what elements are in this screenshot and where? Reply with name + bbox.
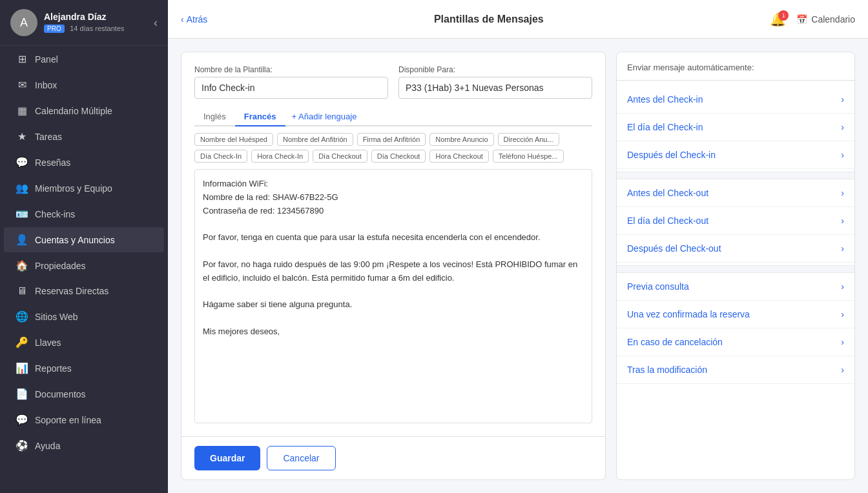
sidebar-item-label: Sitios Web [35, 312, 78, 322]
notifications-button[interactable]: 🔔 1 [770, 12, 786, 27]
tab-frances[interactable]: Francés [235, 108, 285, 126]
reservas-icon: 🖥 [16, 285, 28, 297]
tag-hora-checkin[interactable]: Hora Check-In [251, 150, 309, 163]
topbar: ‹ Atrás Plantillas de Mensajes 🔔 1 📅 Cal… [168, 0, 868, 39]
chevron-right-icon: › [841, 309, 844, 319]
reports-icon: 📊 [16, 362, 28, 374]
chevron-right-icon: › [841, 216, 844, 226]
side-panel: Enviar mensaje automáticamente: Antes de… [616, 52, 855, 480]
user-name: Alejandra Díaz [44, 12, 147, 22]
auto-item-previa-consulta[interactable]: Previa consulta › [617, 273, 854, 301]
sidebar-item-label: Documentos [35, 389, 86, 399]
checkin-section: Antes del Check-in › El día del Check-in… [617, 86, 854, 169]
sidebar-item-label: Propiedades [35, 261, 86, 271]
auto-item-label: Previa consulta [627, 281, 689, 292]
sidebar-item-checkins[interactable]: 🪪 Check-ins [4, 201, 164, 226]
auto-item-dia-checkin[interactable]: El día del Check-in › [617, 114, 854, 141]
team-icon: 👥 [16, 182, 28, 194]
tag-nombre-huesped[interactable]: Nombre del Huésped [194, 133, 273, 146]
sidebar-item-sitios[interactable]: 🌐 Sitios Web [4, 304, 164, 329]
auto-item-antes-checkin[interactable]: Antes del Check-in › [617, 86, 854, 114]
user-days: 14 días restantes [70, 25, 124, 32]
sidebar-item-label: Cuentas y Anuncios [35, 235, 115, 245]
sidebar-item-label: Reportes [35, 363, 72, 374]
language-tabs: Inglés Francés + Añadir lenguaje [194, 108, 592, 126]
notification-badge: 1 [778, 10, 789, 21]
calendar-button[interactable]: 📅 Calendario [796, 14, 855, 25]
star-icon: ★ [16, 130, 28, 143]
sidebar-item-soporte[interactable]: 💬 Soporte en línea [4, 407, 164, 432]
tag-firma-anfitrion[interactable]: Firma del Anfitrión [357, 133, 426, 146]
collapse-button[interactable]: ‹ [154, 16, 158, 30]
sidebar-item-label: Miembros y Equipo [35, 183, 112, 194]
tag-direccion[interactable]: Dirección Anu... [498, 133, 559, 146]
auto-item-label: Antes del Check-in [627, 94, 703, 105]
sidebar-item-reservas[interactable]: 🖥 Reservas Directas [4, 279, 164, 303]
tag-hora-checkout[interactable]: Hora Checkout [429, 150, 488, 163]
sidebar-item-label: Check-ins [35, 209, 75, 219]
tab-add-language[interactable]: + Añadir lenguaje [285, 108, 364, 125]
checkout-section: Antes del Check-out › El día del Check-o… [617, 179, 854, 263]
tag-dia-checkout2[interactable]: Día Checkout [371, 150, 426, 163]
panel-icon: ⊞ [16, 53, 28, 65]
tag-dia-checkout[interactable]: Día Checkout [313, 150, 367, 163]
sidebar-item-documentos[interactable]: 📄 Documentos [4, 381, 164, 407]
sidebar-item-inbox[interactable]: ✉ Inbox [4, 72, 164, 97]
auto-item-label: En caso de cancelación [627, 337, 723, 347]
tab-ingles[interactable]: Inglés [194, 108, 235, 126]
sidebar-item-calendario-multiple[interactable]: ▦ Calendario Múltiple [4, 98, 164, 123]
back-button[interactable]: ‹ Atrás [181, 14, 207, 25]
sidebar-item-llaves[interactable]: 🔑 Llaves [4, 330, 164, 355]
auto-item-label: Tras la modificación [627, 365, 707, 375]
inbox-icon: ✉ [16, 79, 28, 91]
template-name-input[interactable] [194, 77, 388, 99]
available-for-group: Disponible Para: [398, 65, 592, 99]
cancel-button[interactable]: Cancelar [267, 446, 335, 470]
save-button[interactable]: Guardar [194, 446, 260, 470]
web-icon: 🌐 [16, 310, 28, 323]
sidebar-item-resenas[interactable]: 💬 Reseñas [4, 150, 164, 175]
chevron-right-icon: › [841, 188, 844, 198]
section-divider-2 [617, 265, 854, 273]
available-for-input[interactable] [398, 77, 592, 99]
other-section: Previa consulta › Una vez confirmada la … [617, 273, 854, 384]
calendar-label: Calendario [811, 14, 855, 25]
message-area[interactable]: Información WiFi: Nombre de la red: SHAW… [194, 169, 592, 423]
auto-item-label: Después del Check-out [627, 243, 721, 254]
sidebar-item-cuentas[interactable]: 👤 Cuentas y Anuncios [4, 227, 164, 252]
sidebar-item-propiedades[interactable]: 🏠 Propiedades [4, 253, 164, 278]
sidebar-item-panel[interactable]: ⊞ Panel [4, 46, 164, 72]
sidebar-item-miembros[interactable]: 👥 Miembros y Equipo [4, 176, 164, 201]
tag-dia-checkin[interactable]: Día Check-In [194, 150, 247, 163]
auto-item-antes-checkout[interactable]: Antes del Check-out › [617, 179, 854, 207]
auto-item-despues-checkin[interactable]: Después del Check-in › [617, 141, 854, 169]
tag-nombre-anfitrion[interactable]: Nombre del Anfitrión [277, 133, 353, 146]
chevron-right-icon: › [841, 94, 844, 105]
auto-item-confirmada[interactable]: Una vez confirmada la reserva › [617, 301, 854, 328]
sidebar-item-label: Tareas [35, 132, 62, 142]
sidebar-item-label: Ayuda [35, 441, 60, 451]
auto-item-despues-checkout[interactable]: Después del Check-out › [617, 235, 854, 263]
sidebar-item-ayuda[interactable]: ⚽ Ayuda [4, 433, 164, 458]
sidebar-item-label: Soporte en línea [35, 415, 101, 425]
calendar-icon: 📅 [796, 14, 807, 25]
chevron-right-icon: › [841, 281, 844, 292]
auto-item-dia-checkout[interactable]: El día del Check-out › [617, 207, 854, 235]
sidebar-item-label: Reseñas [35, 157, 70, 168]
sidebar-item-reportes[interactable]: 📊 Reportes [4, 356, 164, 381]
auto-item-label: Después del Check-in [627, 150, 716, 160]
calendar-multiple-icon: ▦ [16, 105, 28, 117]
user-sub: PRO 14 días restantes [44, 22, 147, 34]
pro-badge: PRO [44, 25, 65, 33]
auto-item-modificacion[interactable]: Tras la modificación › [617, 356, 854, 384]
sidebar-user: A Alejandra Díaz PRO 14 días restantes ‹ [0, 0, 168, 46]
checkin-icon: 🪪 [16, 208, 28, 220]
side-panel-title: Enviar mensaje automáticamente: [617, 63, 854, 81]
sidebar-item-tareas[interactable]: ★ Tareas [4, 124, 164, 149]
chevron-right-icon: › [841, 122, 844, 132]
form-footer: Guardar Cancelar [181, 436, 605, 479]
avatar: A [10, 9, 37, 36]
auto-item-cancelacion[interactable]: En caso de cancelación › [617, 328, 854, 356]
tag-telefono-huesped[interactable]: Teléfono Huéspe... [493, 150, 564, 163]
tag-nombre-anuncio[interactable]: Nombre Anuncio [429, 133, 493, 146]
